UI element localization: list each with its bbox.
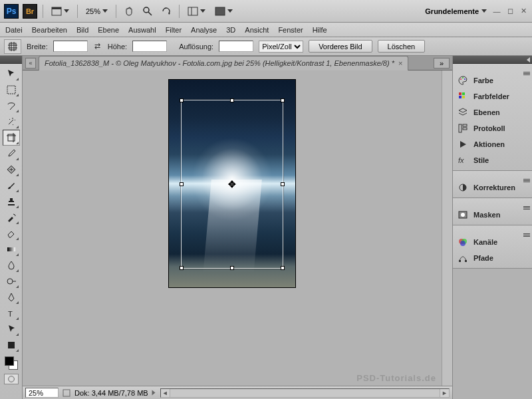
doc-size-label: Dok: 3,44 MB/7,78 MB <box>74 389 148 397</box>
menu-hilfe[interactable]: Hilfe <box>313 26 327 34</box>
svg-rect-29 <box>462 92 465 95</box>
document-tab[interactable]: Fotolia_1362838_M - © Oleg Matyukhov - F… <box>39 56 408 70</box>
width-input[interactable] <box>53 41 88 52</box>
front-image-button[interactable]: Vorderes Bild <box>309 40 372 53</box>
close-tab-icon[interactable]: × <box>398 59 402 67</box>
quick-mask-toggle[interactable] <box>4 374 19 384</box>
history-brush-tool[interactable] <box>3 209 20 225</box>
rotate-view-icon[interactable] <box>159 5 174 18</box>
menu-datei[interactable]: Datei <box>5 26 23 34</box>
menu-analyse[interactable]: Analyse <box>191 26 217 34</box>
panel-menu-icon[interactable] <box>523 179 530 182</box>
pen-tool[interactable] <box>3 289 20 305</box>
svg-rect-28 <box>459 92 462 95</box>
bridge-icon[interactable]: Br <box>23 4 37 19</box>
marquee-tool[interactable] <box>3 82 20 98</box>
panel-korrekturen[interactable]: Korrekturen <box>455 180 530 196</box>
zoom-dropdown[interactable]: 25% <box>83 6 110 17</box>
panel-aktionen[interactable]: Aktionen <box>455 136 530 152</box>
svg-line-3 <box>148 12 152 15</box>
panel-menu-icon[interactable] <box>523 233 530 237</box>
zoom-tool-icon[interactable] <box>140 5 155 18</box>
maximize-button[interactable]: ◻ <box>505 7 515 16</box>
doc-info-dropdown[interactable]: Dok: 3,44 MB/7,78 MB <box>74 389 156 397</box>
eyedropper-tool[interactable] <box>3 146 20 162</box>
panel-ebenen[interactable]: Ebenen <box>455 104 530 120</box>
screenmode-dropdown[interactable] <box>212 5 235 17</box>
panel-pfade[interactable]: Pfade <box>455 250 530 266</box>
tab-menu[interactable]: » <box>434 58 450 68</box>
gradient-tool[interactable] <box>3 241 20 257</box>
crop-handle[interactable] <box>230 266 234 270</box>
panel-menu-icon[interactable] <box>523 206 530 209</box>
blur-tool[interactable] <box>3 257 20 273</box>
svg-point-27 <box>464 78 466 80</box>
layers-icon <box>457 106 469 118</box>
close-button[interactable]: ✕ <box>519 7 528 16</box>
svg-rect-33 <box>463 124 467 126</box>
type-tool[interactable]: T <box>3 305 20 321</box>
status-bar: 25% Dok: 3,44 MB/7,78 MB ◄► <box>23 386 452 399</box>
svg-rect-6 <box>215 7 225 15</box>
lasso-tool[interactable] <box>3 98 20 114</box>
color-swatch[interactable] <box>3 354 20 372</box>
menu-auswahl[interactable]: Auswahl <box>128 26 156 34</box>
stamp-tool[interactable] <box>3 194 20 209</box>
vertical-scrollbar[interactable] <box>442 70 452 386</box>
move-tool[interactable] <box>3 66 20 82</box>
crop-center-icon[interactable]: ✥ <box>227 180 237 189</box>
workspace-dropdown[interactable]: Grundelemente <box>425 7 487 15</box>
panel-farbe[interactable]: Farbe <box>455 72 530 88</box>
crop-selection[interactable]: ✥ <box>181 100 283 269</box>
resolution-input[interactable] <box>219 41 253 52</box>
menu-filter[interactable]: Filter <box>166 26 182 34</box>
crop-handle[interactable] <box>230 98 234 102</box>
crop-handle[interactable] <box>281 182 285 186</box>
swap-dimensions-icon[interactable]: ⇄ <box>93 42 102 51</box>
panel-farbfelder[interactable]: Farbfelder <box>455 88 530 104</box>
horizontal-scrollbar[interactable]: ◄► <box>160 388 450 398</box>
toolbox-collapse[interactable] <box>0 56 22 64</box>
panel-stile[interactable]: fxStile <box>455 152 530 168</box>
crop-handle[interactable] <box>180 98 184 102</box>
current-tool-indicator[interactable] <box>4 39 21 54</box>
menu-ebene[interactable]: Ebene <box>98 26 119 34</box>
separator <box>179 5 180 18</box>
menu-bearbeiten[interactable]: Bearbeiten <box>32 26 67 34</box>
view-extras-dropdown[interactable] <box>49 5 72 17</box>
height-input[interactable] <box>132 41 167 52</box>
panel-protokoll[interactable]: Protokoll <box>455 120 530 136</box>
panel-kanaele[interactable]: Kanäle <box>455 234 530 250</box>
menu-ansicht[interactable]: Ansicht <box>245 26 269 34</box>
menu-fenster[interactable]: Fenster <box>278 26 303 34</box>
unit-select[interactable]: Pixel/Zoll <box>259 41 303 53</box>
crop-tool[interactable] <box>3 130 20 146</box>
status-icon[interactable] <box>63 389 70 397</box>
clear-button[interactable]: Löschen <box>378 40 426 53</box>
wand-tool[interactable] <box>3 114 20 130</box>
brush-tool[interactable] <box>3 178 20 194</box>
crop-handle[interactable] <box>180 266 184 270</box>
crop-handle[interactable] <box>281 98 285 102</box>
healing-tool[interactable] <box>3 162 20 178</box>
svg-point-25 <box>460 78 462 80</box>
minimize-button[interactable]: — <box>492 7 501 16</box>
tab-scroll-left[interactable]: « <box>25 58 36 68</box>
crop-handle[interactable] <box>281 266 285 270</box>
panel-masken[interactable]: Masken <box>455 207 530 223</box>
zoom-field[interactable]: 25% <box>25 388 59 398</box>
separator <box>43 5 43 18</box>
dodge-tool[interactable] <box>3 273 20 289</box>
shape-tool[interactable] <box>3 337 20 353</box>
panel-menu-icon[interactable] <box>523 72 530 75</box>
panel-collapse[interactable] <box>453 56 532 64</box>
menu-3d[interactable]: 3D <box>226 26 235 34</box>
path-select-tool[interactable] <box>3 321 20 337</box>
svg-rect-42 <box>459 260 461 262</box>
canvas[interactable]: ✥ PSD-Tutorials.de <box>23 70 442 386</box>
arrange-dropdown[interactable] <box>185 5 208 17</box>
crop-handle[interactable] <box>180 182 184 186</box>
menu-bild[interactable]: Bild <box>76 26 88 34</box>
eraser-tool[interactable] <box>3 225 20 241</box>
hand-tool-icon[interactable] <box>122 5 136 18</box>
